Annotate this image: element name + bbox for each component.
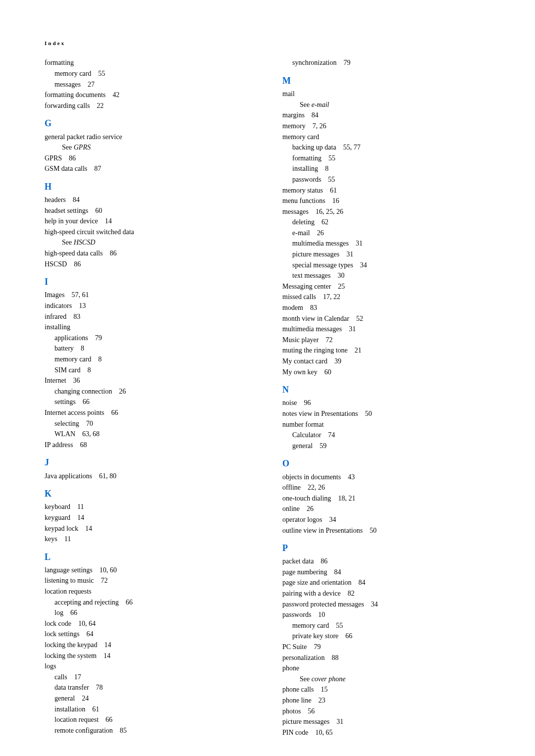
sub-entry-text: WLAN — [54, 430, 75, 438]
sub-entry-text: SIM card — [54, 366, 81, 374]
sub-entry-text: multimedia messges — [292, 240, 349, 247]
entry-pages: 10, 64 — [78, 620, 96, 627]
entry-text: margins — [282, 111, 305, 119]
index-entry: photos56 — [282, 706, 490, 716]
sub-entry-text: picture messages — [292, 251, 339, 258]
entry-text: location requests — [45, 588, 91, 595]
index-letter: I — [45, 276, 253, 288]
sub-entry-pages: 66 — [106, 716, 112, 723]
index-entry: password protected messages34 — [282, 600, 490, 609]
sub-entry-text: synchronization — [292, 59, 336, 66]
index-entry: forwarding calls22 — [45, 101, 253, 111]
sub-entry-text: memory card — [54, 355, 91, 363]
sub-entry-pages: 31 — [346, 251, 353, 258]
entry-text: notes view in Presentations — [282, 410, 358, 417]
sub-entry-text: messages — [54, 81, 81, 88]
index-entry: margins84 — [282, 110, 490, 120]
entry-text: GSM data calls — [45, 165, 87, 172]
entry-pages: 61 — [330, 187, 337, 194]
sub-entry-text: applications — [54, 334, 88, 342]
entry-text: page size and orientation — [282, 579, 352, 586]
index-entry: language settings10, 60 — [45, 565, 253, 575]
index-entry: locking the system14 — [45, 651, 253, 661]
index-entry: keys11 — [45, 534, 253, 544]
index-sub-entry: memory card55 — [292, 621, 490, 631]
entry-text: Internet — [45, 377, 66, 384]
entry-pages: 14 — [105, 217, 112, 225]
entry-text: muting the ringing tone — [282, 347, 348, 354]
index-entry: GPRS86 — [45, 153, 253, 163]
entry-pages: 16 — [332, 197, 339, 204]
sub-entry-pages: 55 — [328, 176, 335, 183]
index-columns: formattingmemory card55messages27formatt… — [45, 57, 490, 738]
entry-text: Internet access points — [45, 409, 105, 416]
index-sub-entry: memory card8 — [54, 354, 253, 364]
index-entry: memory card — [282, 132, 490, 142]
index-letter: N — [282, 384, 490, 396]
index-sub-entry: settings66 — [54, 397, 253, 407]
entry-pages: 31 — [349, 325, 356, 333]
sub-entry-pages: 8 — [81, 345, 84, 352]
entry-text: outline view in Presentations — [282, 527, 363, 534]
index-entry: general packet radio service — [45, 132, 253, 142]
entry-text: lock settings — [45, 630, 79, 638]
index-entry: passwords10 — [282, 610, 490, 620]
index-entry: one-touch dialing18, 21 — [282, 494, 490, 504]
sub-entry-pages: 30 — [337, 272, 344, 279]
index-sub-entry: calls17 — [54, 672, 253, 682]
index-letter: K — [45, 488, 253, 500]
entry-text: pairing with a device — [282, 590, 341, 597]
entry-text: GPRS — [45, 154, 62, 162]
index-entry: logs — [45, 661, 253, 671]
entry-pages: 87 — [94, 165, 101, 172]
index-entry: help in your device14 — [45, 216, 253, 226]
entry-pages: 79 — [314, 643, 321, 651]
index-letter: J — [45, 456, 253, 469]
index-sub-entry: synchronization79 — [292, 58, 490, 68]
sub-entry-text: location request — [54, 716, 99, 723]
index-entry: keyguard14 — [45, 513, 253, 523]
index-entry: phone calls15 — [282, 685, 490, 695]
index-entry: multimedia messages31 — [282, 324, 490, 334]
index-entry: PIN code10, 65 — [282, 728, 490, 738]
entry-text: indicators — [45, 302, 72, 309]
index-entry: memory status61 — [282, 186, 490, 196]
index-sub-entry: special message types34 — [292, 260, 490, 270]
entry-text: noise — [282, 399, 297, 406]
entry-text: IP address — [45, 441, 73, 449]
index-entry: month view in Calendar52 — [282, 314, 490, 324]
index-entry: muting the ringing tone21 — [282, 346, 490, 355]
entry-pages: 56 — [308, 707, 315, 715]
entry-text: keyguard — [45, 514, 70, 521]
sub-entry-pages: 55 — [328, 154, 335, 162]
index-entry: outline view in Presentations50 — [282, 526, 490, 536]
entry-pages: 10 — [318, 611, 325, 618]
see-target: e-mail — [312, 101, 329, 108]
index-entry: messages16, 25, 26 — [282, 207, 490, 217]
entry-text: locking the system — [45, 652, 97, 659]
index-letter: P — [282, 542, 490, 554]
index-sub-entry: installation61 — [54, 705, 253, 714]
entry-text: phone calls — [282, 686, 314, 693]
entry-pages: 26 — [307, 505, 314, 512]
entry-pages: 34 — [329, 516, 336, 523]
entry-pages: 18, 21 — [338, 495, 355, 502]
entry-text: messages — [282, 208, 309, 215]
sub-entry-text: remote configuration — [54, 727, 113, 734]
entry-pages: 50 — [365, 410, 372, 417]
index-entry: picture messages31 — [282, 717, 490, 727]
entry-pages: 68 — [80, 441, 87, 449]
sub-entry-text: accepting and rejecting — [54, 599, 119, 606]
entry-pages: 60 — [95, 207, 102, 214]
sub-entry-text: calls — [54, 673, 67, 681]
sub-entry-pages: 31 — [356, 240, 363, 247]
index-entry: formatting documents42 — [45, 90, 253, 100]
entry-pages: 83 — [310, 304, 317, 311]
index-entry: high-speed circuit switched data — [45, 227, 253, 237]
index-entry: noise96 — [282, 398, 490, 408]
index-sub-entry: SIM card8 — [54, 365, 253, 375]
entry-pages: 13 — [79, 302, 86, 309]
entry-pages: 36 — [73, 377, 80, 384]
entry-pages: 7, 26 — [313, 122, 326, 130]
entry-text: mail — [282, 90, 295, 98]
